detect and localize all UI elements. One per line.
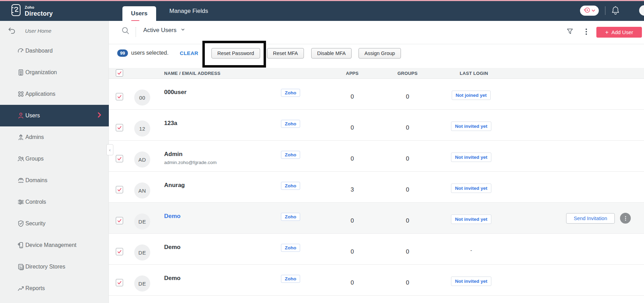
controls-icon (17, 198, 25, 206)
user-avatar[interactable] (639, 5, 644, 16)
row-checkbox[interactable] (116, 186, 123, 193)
table-row[interactable]: DE Demo Zoho 0 0 Not invited yet (109, 265, 644, 296)
table-row[interactable]: DE Demo Zoho 0 0 - (109, 234, 644, 265)
back-arrow-icon (8, 26, 16, 36)
chevron-right-icon (97, 112, 102, 119)
sidebar-item-reports[interactable]: Reports (0, 278, 109, 299)
groups-count: 0 (397, 93, 418, 100)
table-row[interactable]: DE Demo Zoho 0 0 Not invited yet Send In… (109, 203, 644, 234)
sidebar-item-label: Reports (25, 285, 45, 292)
groups-count: 0 (397, 248, 418, 255)
user-name[interactable]: Anurag (164, 182, 185, 189)
device-management-icon (17, 241, 25, 249)
column-header-last-login[interactable]: LAST LOGIN (460, 71, 488, 76)
add-user-button[interactable]: + Add User (596, 27, 642, 38)
avatar-initials: AN (138, 188, 146, 194)
sidebar-item-label: Users (25, 112, 40, 119)
groups-icon (17, 155, 25, 163)
user-view-dropdown[interactable]: Active Users (143, 27, 185, 34)
avatar: AN (134, 182, 150, 199)
row-checkbox[interactable] (116, 217, 123, 224)
apps-count: 0 (342, 155, 363, 162)
last-login-status-badge: Not joined yet (452, 91, 490, 100)
user-name[interactable]: Admin (164, 151, 183, 158)
table-row[interactable]: AD Admin admin.zoho@fgrade.com Zoho 0 0 … (109, 141, 644, 172)
row-checkbox[interactable] (116, 93, 123, 100)
tab-users[interactable]: Users (122, 6, 156, 21)
directory-stores-icon (17, 263, 25, 271)
sidebar-item-domains[interactable]: www Domains (0, 170, 109, 191)
reset-mfa-button[interactable]: Reset MFA (267, 48, 304, 59)
row-checkbox[interactable] (116, 279, 123, 286)
reset-password-button[interactable]: Reset Password (211, 48, 260, 59)
brand-name-bottom: Directory (25, 10, 53, 17)
brand-logo[interactable]: Zoho Directory (10, 3, 53, 19)
avatar-initials: DE (138, 250, 146, 256)
sidebar-item-organization[interactable]: Organization (0, 62, 109, 83)
sidebar-item-users[interactable]: Users (0, 105, 109, 126)
user-name[interactable]: 123a (164, 120, 177, 127)
last-login-empty: - (470, 246, 472, 255)
select-all-checkbox[interactable] (116, 69, 123, 77)
app-badge-zoho: Zoho (281, 244, 300, 252)
column-header-apps[interactable]: APPS (342, 71, 363, 76)
sidebar-user-home[interactable]: User Home (0, 24, 109, 38)
sidebar-item-security[interactable]: Security (0, 213, 109, 234)
disable-mfa-button[interactable]: Disable MFA (311, 48, 352, 59)
search-icon[interactable] (121, 26, 130, 37)
column-header-groups[interactable]: GROUPS (397, 71, 418, 76)
app-badge-zoho: Zoho (281, 151, 300, 159)
reports-icon (17, 285, 25, 292)
row-more-options-kebab-icon[interactable] (620, 213, 631, 224)
brand-name: Zoho Directory (25, 6, 53, 17)
table-row[interactable]: 00 000user Zoho 0 0 Not joined yet (109, 79, 644, 110)
table-row[interactable]: 12 123a Zoho 0 0 Not invited yet (109, 110, 644, 141)
sidebar-item-dashboard[interactable]: Dashboard (0, 40, 109, 62)
user-name[interactable]: Demo (164, 213, 180, 220)
last-login-cell: Not invited yet (443, 153, 499, 162)
user-name[interactable]: Demo (164, 275, 180, 282)
selected-count-badge: 99 (117, 49, 128, 57)
clear-selection-button[interactable]: CLEAR (180, 50, 198, 56)
avatar-initials: 00 (139, 95, 145, 101)
sidebar-item-controls[interactable]: Controls (0, 191, 109, 213)
user-name[interactable]: 000user (164, 89, 186, 96)
sidebar-item-groups[interactable]: Groups (0, 148, 109, 170)
row-checkbox[interactable] (116, 124, 123, 131)
row-checkbox[interactable] (116, 155, 123, 162)
last-login-cell: Not invited yet (443, 184, 499, 193)
sidebar-item-applications[interactable]: Applications (0, 83, 109, 105)
top-accent-line (0, 0, 644, 1)
app-switcher-pill[interactable] (580, 6, 599, 16)
last-login-cell: Not invited yet (443, 277, 499, 286)
groups-count: 0 (397, 155, 418, 162)
user-name[interactable]: Demo (164, 244, 180, 251)
sidebar-item-device-management[interactable]: Device Management (0, 234, 109, 256)
bell-icon[interactable] (611, 5, 620, 16)
more-options-kebab-icon[interactable] (583, 28, 590, 36)
toolbar-dotted-divider (136, 27, 136, 37)
sidebar-item-directory-stores[interactable]: Directory Stores (0, 256, 109, 278)
row-checkbox[interactable] (116, 248, 123, 255)
column-header-name[interactable]: NAME / EMAIL ADDRESS (164, 71, 220, 76)
zoho-directory-app: Zoho Directory Users Manage Fields (0, 0, 644, 303)
add-user-label: Add User (611, 29, 633, 35)
sidebar-item-label: Groups (25, 156, 43, 162)
last-login-status-badge: Not invited yet (451, 184, 491, 193)
apps-count: 0 (342, 217, 363, 224)
sidebar-item-label: Organization (25, 69, 57, 76)
sidebar-item-admins[interactable]: Admins (0, 126, 109, 148)
assign-group-button[interactable]: Assign Group (359, 48, 401, 59)
app-badge-zoho: Zoho (281, 182, 300, 190)
user-view-value: Active Users (143, 27, 176, 34)
top-navigation-bar: Zoho Directory Users Manage Fields (0, 1, 644, 21)
groups-count: 0 (397, 124, 418, 131)
send-invitation-button[interactable]: Send Invitation (566, 213, 615, 224)
tab-manage-fields[interactable]: Manage Fields (169, 1, 208, 21)
sidebar-nav-list: Dashboard Organization Applications User… (0, 40, 109, 299)
table-row[interactable]: AN Anurag Zoho 3 0 Not invited yet (109, 172, 644, 203)
sidebar-collapse-handle[interactable]: ‹ (106, 144, 113, 155)
funnel-icon[interactable] (566, 28, 574, 37)
app-badge-zoho: Zoho (281, 120, 300, 128)
sidebar-item-label: Directory Stores (25, 264, 65, 270)
